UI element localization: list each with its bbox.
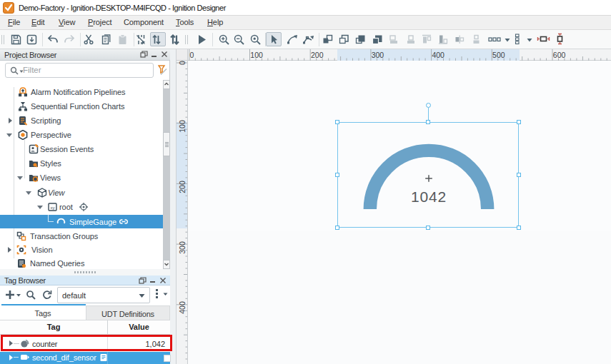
svg-text:xy: xy — [51, 206, 55, 210]
